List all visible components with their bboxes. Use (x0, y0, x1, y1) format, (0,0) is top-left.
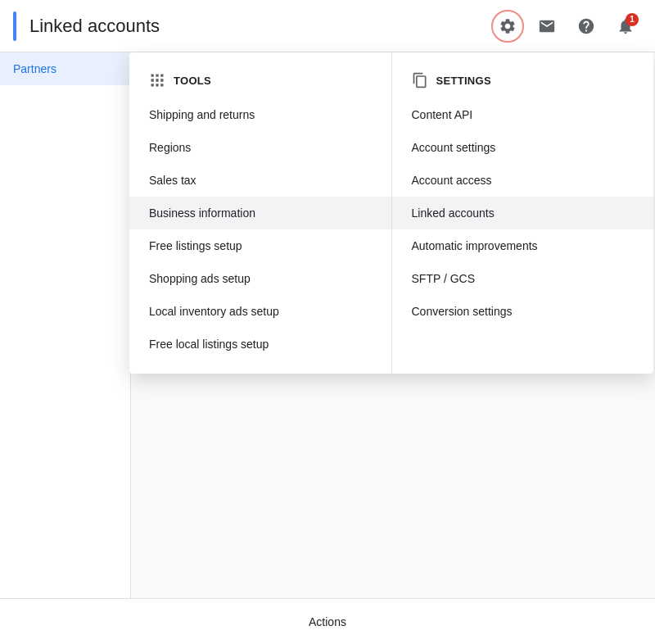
header-icons: 1 (491, 10, 642, 43)
bottom-bar: Actions (0, 598, 655, 644)
menu-item-account-settings[interactable]: Account settings (392, 131, 654, 164)
tools-header: TOOLS (129, 66, 391, 98)
menu-item-content-api[interactable]: Content API (392, 98, 654, 131)
help-button[interactable] (570, 10, 603, 43)
settings-header: SETTINGS (392, 66, 654, 98)
help-icon (577, 17, 595, 35)
dropdown-menu: TOOLS Shipping and returns Regions Sales… (129, 52, 653, 374)
menu-item-conversion-settings[interactable]: Conversion settings (392, 295, 654, 328)
menu-item-local-inventory[interactable]: Local inventory ads setup (129, 295, 391, 328)
notification-count: 1 (626, 13, 639, 26)
menu-item-business-info[interactable]: Business information (129, 197, 391, 229)
menu-item-linked-accounts[interactable]: Linked accounts (392, 197, 654, 229)
sidebar: Partners (0, 52, 131, 644)
menu-item-regions[interactable]: Regions (129, 131, 391, 164)
mail-icon (538, 17, 556, 35)
menu-item-shipping[interactable]: Shipping and returns (129, 98, 391, 131)
menu-item-sales-tax[interactable]: Sales tax (129, 164, 391, 197)
notifications-button[interactable]: 1 (609, 10, 642, 43)
menu-item-shopping-ads[interactable]: Shopping ads setup (129, 262, 391, 295)
header-accent (13, 11, 16, 41)
menu-item-sftp-gcs[interactable]: SFTP / GCS (392, 262, 654, 295)
menu-item-free-local[interactable]: Free local listings setup (129, 328, 391, 361)
gear-button[interactable] (491, 10, 524, 43)
page-title: Linked accounts (29, 16, 491, 37)
tools-grid-icon (149, 72, 165, 88)
menu-item-free-listings[interactable]: Free listings setup (129, 229, 391, 262)
settings-column: SETTINGS Content API Account settings Ac… (392, 52, 654, 374)
mail-button[interactable] (531, 10, 563, 43)
gear-icon (499, 17, 517, 35)
actions-label: Actions (309, 615, 346, 628)
menu-item-automatic-improvements[interactable]: Automatic improvements (392, 229, 654, 262)
menu-item-account-access[interactable]: Account access (392, 164, 654, 197)
tools-column: TOOLS Shipping and returns Regions Sales… (129, 52, 392, 374)
sidebar-item-partners[interactable]: Partners (0, 52, 130, 85)
settings-copy-icon (412, 72, 428, 88)
header: Linked accounts 1 (0, 0, 655, 52)
